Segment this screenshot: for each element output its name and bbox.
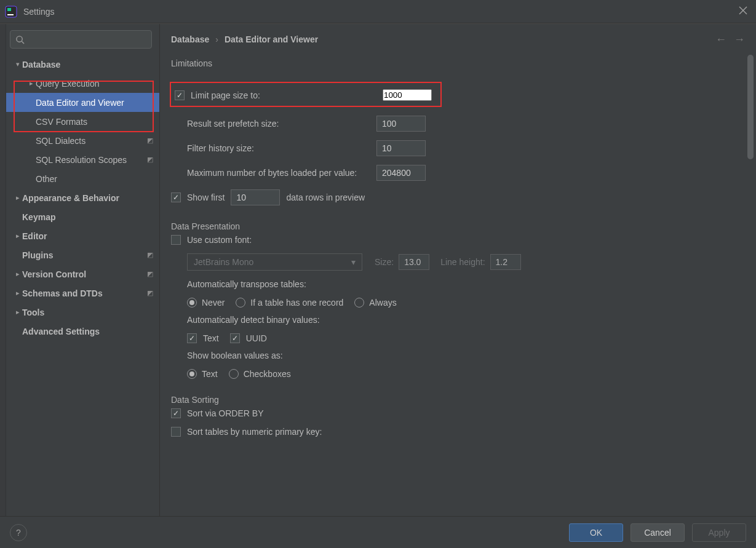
tree-item-label: Plugins xyxy=(22,250,54,260)
chevron-down-icon: ▾ xyxy=(351,257,356,267)
transpose-onerecord-radio[interactable] xyxy=(236,298,245,308)
tree-item-keymap[interactable]: Keymap xyxy=(0,207,159,226)
bool-text-radio[interactable] xyxy=(187,369,197,379)
font-size-label: Size: xyxy=(375,257,394,267)
tree-item-sql-resolution-scopes[interactable]: SQL Resolution Scopes◩ xyxy=(0,150,159,169)
titlebar: Settings xyxy=(0,0,756,23)
font-select[interactable]: JetBrains Mono ▾ xyxy=(187,253,362,271)
chevron-icon: ▸ xyxy=(14,270,22,278)
chevron-icon xyxy=(27,99,36,106)
tree-item-label: CSV Formats xyxy=(36,117,87,127)
chevron-icon: ▸ xyxy=(14,289,22,297)
chevron-icon: ▸ xyxy=(14,194,22,202)
show-first-post: data rows in preview xyxy=(286,193,365,202)
limit-page-input[interactable] xyxy=(383,89,432,101)
transpose-always-label: Always xyxy=(369,298,396,308)
limit-page-checkbox[interactable] xyxy=(175,90,185,100)
content-header: Database › Data Editor and Viewer ← → xyxy=(160,24,756,55)
tree-item-advanced-settings[interactable]: Advanced Settings xyxy=(0,322,159,341)
tree-item-tools[interactable]: ▸Tools xyxy=(0,303,159,322)
show-first-checkbox[interactable] xyxy=(171,193,181,202)
bool-checkboxes-radio[interactable] xyxy=(229,369,239,379)
line-height-input[interactable] xyxy=(490,254,521,270)
tree-item-plugins[interactable]: Plugins◩ xyxy=(0,245,159,264)
limit-page-label: Limit page size to: xyxy=(191,90,383,100)
tree-item-label: Tools xyxy=(22,308,44,317)
apply-button[interactable]: Apply xyxy=(692,523,746,542)
tree-item-schemas-and-dtds[interactable]: ▸Schemas and DTDs◩ xyxy=(0,284,159,303)
chevron-icon: ▾ xyxy=(14,60,22,68)
prefetch-input[interactable] xyxy=(376,116,426,132)
tree-item-csv-formats[interactable]: CSV Formats xyxy=(0,112,159,131)
nav-forward-icon[interactable]: → xyxy=(734,33,745,46)
svg-rect-2 xyxy=(7,14,14,15)
nav-back-icon[interactable]: ← xyxy=(715,33,726,46)
filter-history-input[interactable] xyxy=(376,140,426,156)
tree-item-sql-dialects[interactable]: SQL Dialects◩ xyxy=(0,131,159,150)
tree-item-editor[interactable]: ▸Editor xyxy=(0,226,159,245)
scope-badge-icon: ◩ xyxy=(147,289,153,297)
close-icon[interactable] xyxy=(736,4,750,19)
use-custom-font-checkbox[interactable] xyxy=(171,235,181,245)
chevron-icon xyxy=(14,328,22,335)
transpose-never-radio[interactable] xyxy=(187,298,197,308)
section-presentation: Data Presentation xyxy=(171,221,744,231)
tree-item-version-control[interactable]: ▸Version Control◩ xyxy=(0,264,159,284)
font-select-value: JetBrains Mono xyxy=(194,257,253,267)
sort-pk-checkbox[interactable] xyxy=(171,427,181,437)
binary-text-checkbox[interactable] xyxy=(187,333,197,343)
tree-item-label: Database xyxy=(22,60,60,69)
binary-label: Automatically detect binary values: xyxy=(187,315,320,325)
search-input[interactable] xyxy=(10,30,152,49)
section-limitations: Limitations xyxy=(171,58,744,68)
tree-item-label: Other xyxy=(36,174,57,184)
filter-history-label: Filter history size: xyxy=(187,143,376,153)
breadcrumb-leaf: Data Editor and Viewer xyxy=(225,34,318,44)
svg-rect-0 xyxy=(6,6,17,17)
tree-item-other[interactable]: Other xyxy=(0,169,159,188)
search-field[interactable] xyxy=(28,35,146,44)
ok-button[interactable]: OK xyxy=(569,523,623,542)
chevron-right-icon: › xyxy=(215,34,218,44)
tree-item-appearance-behavior[interactable]: ▸Appearance & Behavior xyxy=(0,188,159,207)
breadcrumb-root[interactable]: Database xyxy=(171,34,209,44)
max-bytes-input[interactable] xyxy=(376,165,426,181)
help-button[interactable]: ? xyxy=(10,524,27,541)
binary-uuid-checkbox[interactable] xyxy=(230,333,240,343)
transpose-label: Automatically transpose tables: xyxy=(187,279,306,289)
scope-badge-icon: ◩ xyxy=(147,156,153,164)
cancel-button[interactable]: Cancel xyxy=(631,523,685,542)
chevron-icon xyxy=(27,118,36,125)
transpose-onerecord-label: If a table has one record xyxy=(250,298,343,308)
tree-item-label: Advanced Settings xyxy=(22,327,100,336)
scope-badge-icon: ◩ xyxy=(147,270,153,278)
transpose-always-radio[interactable] xyxy=(354,298,364,308)
sort-pk-label: Sort tables by numeric primary key: xyxy=(187,427,322,437)
sort-orderby-label: Sort via ORDER BY xyxy=(187,408,263,418)
svg-rect-1 xyxy=(7,8,11,11)
chevron-icon xyxy=(14,252,22,259)
sidebar-collapse-handle[interactable] xyxy=(0,24,6,516)
use-custom-font-label: Use custom font: xyxy=(187,235,252,245)
tree-item-database[interactable]: ▾Database xyxy=(0,55,159,74)
font-size-input[interactable] xyxy=(399,254,429,270)
bool-checkboxes-label: Checkboxes xyxy=(244,369,291,379)
tree-item-label: SQL Resolution Scopes xyxy=(36,155,127,165)
tree-item-label: Appearance & Behavior xyxy=(22,193,119,203)
tree-item-label: SQL Dialects xyxy=(36,136,86,146)
tree-item-data-editor-and-viewer[interactable]: Data Editor and Viewer xyxy=(0,93,159,112)
tree-item-query-execution[interactable]: ▸Query Execution xyxy=(0,74,159,93)
binary-text-label: Text xyxy=(203,333,219,343)
show-first-input[interactable] xyxy=(231,189,280,205)
app-icon xyxy=(5,6,17,18)
chevron-icon xyxy=(27,175,36,183)
svg-line-6 xyxy=(22,41,24,44)
tree-item-label: Editor xyxy=(22,231,47,241)
settings-tree: ▾Database▸Query Execution Data Editor an… xyxy=(0,52,159,516)
chevron-icon: ▸ xyxy=(14,308,22,316)
scope-badge-icon: ◩ xyxy=(147,137,153,145)
transpose-never-label: Never xyxy=(202,298,225,308)
sort-orderby-checkbox[interactable] xyxy=(171,408,181,418)
tree-item-label: Data Editor and Viewer xyxy=(36,98,124,108)
tree-item-label: Schemas and DTDs xyxy=(22,288,103,298)
